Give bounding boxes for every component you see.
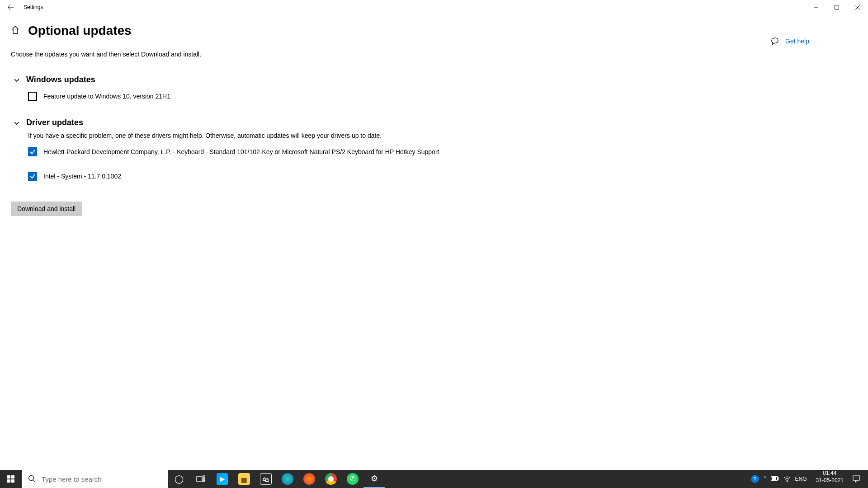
help-tray-icon[interactable]: ?: [751, 475, 759, 483]
taskbar-chrome[interactable]: [320, 470, 342, 488]
get-help-link[interactable]: Get help: [771, 37, 809, 45]
home-icon[interactable]: [11, 25, 20, 36]
page-heading: Optional updates: [11, 23, 857, 38]
wifi-icon[interactable]: [783, 476, 791, 482]
taskbar-cortana[interactable]: ◯: [168, 470, 190, 488]
content-area: Optional updates Choose the updates you …: [0, 14, 868, 488]
checkbox-unchecked[interactable]: [28, 92, 37, 101]
show-hidden-icons[interactable]: ˄: [764, 476, 766, 482]
whatsapp-icon: ✆: [347, 473, 359, 485]
taskbar-clock[interactable]: 01:44 31-05-2021: [812, 470, 847, 488]
edge-icon: [282, 473, 293, 485]
taskbar-spacer: [385, 470, 745, 488]
taskbar-time: 01:44: [823, 470, 836, 477]
taskbar-whatsapp[interactable]: ✆: [342, 470, 363, 488]
section-driver-updates: Driver updates If you have a specific pr…: [11, 118, 857, 181]
svg-rect-8: [203, 478, 205, 479]
close-icon: [855, 5, 860, 9]
check-icon: [29, 173, 36, 179]
taskbar-store[interactable]: 🛍: [255, 470, 277, 488]
update-item-feature-update[interactable]: Feature update to Windows 10, version 21…: [11, 92, 857, 101]
update-item-label: Intel - System - 11.7.0.1002: [43, 173, 121, 180]
maximize-button[interactable]: [826, 0, 847, 14]
window-title: Settings: [24, 4, 43, 10]
cortana-icon: ◯: [175, 474, 184, 484]
section-header-driver-updates[interactable]: Driver updates: [11, 118, 857, 127]
update-item-intel-system[interactable]: Intel - System - 11.7.0.1002: [11, 172, 857, 181]
section-desc-driver-updates: If you have a specific problem, one of t…: [11, 132, 857, 139]
gear-icon: ⚙: [371, 474, 378, 483]
home-icon-svg: [11, 25, 20, 34]
section-title-windows-updates: Windows updates: [26, 75, 95, 84]
taskbar-tray: ? ˄ ENG: [745, 470, 812, 488]
search-icon: [28, 475, 36, 483]
download-install-button[interactable]: Download and install: [11, 202, 82, 216]
svg-rect-12: [772, 477, 776, 480]
chrome-icon: [325, 473, 337, 485]
taskbar: ◯ ▶ ▅ 🛍 ✆ ⚙ ? ˄ ENG 01:44 31-05-2021: [0, 470, 868, 488]
back-button[interactable]: [4, 0, 18, 14]
svg-rect-1: [7, 475, 10, 479]
taskbar-search[interactable]: [22, 470, 168, 488]
chevron-down-icon: [14, 77, 20, 83]
svg-rect-11: [778, 478, 778, 479]
svg-rect-0: [835, 5, 839, 9]
svg-rect-7: [203, 476, 205, 477]
svg-rect-4: [11, 479, 14, 483]
svg-point-5: [29, 476, 34, 481]
store-icon: 🛍: [260, 473, 272, 485]
minimize-icon: [814, 5, 818, 9]
maximize-icon: [835, 5, 839, 9]
section-windows-updates: Windows updates Feature update to Window…: [11, 75, 857, 101]
taskbar-edge[interactable]: [277, 470, 298, 488]
svg-rect-9: [203, 480, 205, 482]
section-header-windows-updates[interactable]: Windows updates: [11, 75, 857, 84]
get-help-label: Get help: [785, 38, 809, 45]
check-icon: [29, 149, 36, 155]
checkbox-checked[interactable]: [28, 172, 37, 181]
close-button[interactable]: [847, 0, 868, 14]
taskbar-firefox[interactable]: [298, 470, 320, 488]
svg-rect-3: [7, 479, 10, 483]
svg-rect-2: [11, 475, 14, 479]
chevron-down-icon: [14, 120, 20, 126]
svg-rect-14: [853, 476, 859, 480]
taskbar-file-explorer[interactable]: ▅: [233, 470, 255, 488]
update-item-hp-keyboard[interactable]: Hewlett-Packard Development Company, L.P…: [11, 147, 857, 156]
update-item-label: Hewlett-Packard Development Company, L.P…: [43, 148, 439, 155]
taskbar-action-center[interactable]: [847, 470, 865, 488]
minimize-button[interactable]: [806, 0, 826, 14]
taskbar-taskview[interactable]: [190, 470, 212, 488]
page-title: Optional updates: [28, 23, 132, 38]
show-desktop-button[interactable]: [865, 470, 868, 488]
start-button[interactable]: [0, 470, 22, 488]
firefox-icon: [303, 473, 315, 485]
svg-point-13: [787, 481, 788, 482]
notifications-icon: [853, 475, 860, 483]
page-instructions: Choose the updates you want and then sel…: [11, 51, 857, 58]
taskview-icon: [196, 475, 205, 483]
folder-icon: ▅: [238, 473, 250, 485]
taskbar-search-input[interactable]: [42, 475, 159, 483]
taskbar-settings[interactable]: ⚙: [363, 470, 385, 488]
update-item-label: Feature update to Windows 10, version 21…: [43, 93, 170, 100]
movies-icon: ▶: [217, 473, 228, 485]
help-bubble-icon: [771, 37, 779, 45]
back-arrow-icon: [8, 4, 14, 10]
battery-icon[interactable]: [771, 476, 779, 482]
titlebar: Settings: [0, 0, 868, 14]
svg-rect-6: [197, 477, 202, 481]
taskbar-date: 31-05-2021: [816, 477, 844, 484]
taskbar-lang[interactable]: ENG: [795, 476, 807, 482]
taskbar-movies[interactable]: ▶: [212, 470, 233, 488]
section-title-driver-updates: Driver updates: [26, 118, 83, 127]
checkbox-checked[interactable]: [28, 147, 37, 156]
windows-logo-icon: [7, 475, 14, 483]
